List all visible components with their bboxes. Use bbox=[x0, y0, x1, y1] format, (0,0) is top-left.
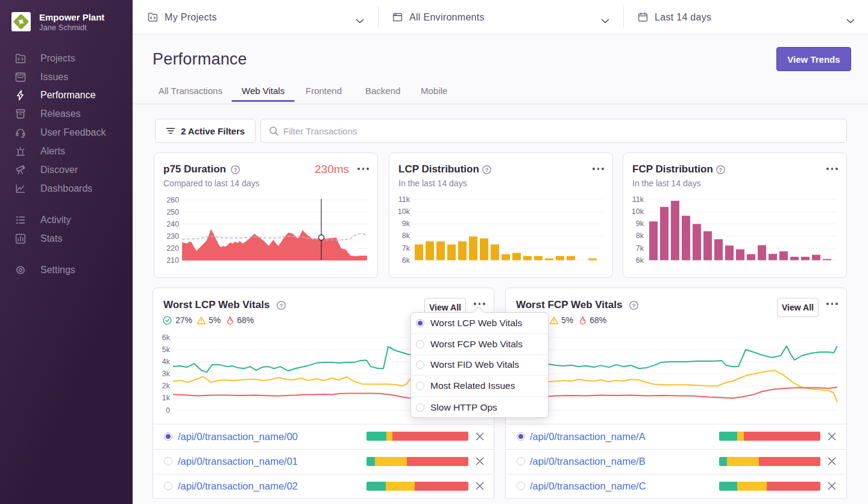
svg-text:6k: 6k bbox=[636, 256, 644, 265]
svg-text:220: 220 bbox=[166, 244, 179, 253]
svg-text:7k: 7k bbox=[636, 244, 644, 253]
svg-text:9k: 9k bbox=[636, 219, 644, 228]
svg-text:?: ? bbox=[485, 167, 489, 173]
svg-text:1k: 1k bbox=[162, 394, 171, 402]
svg-text:260: 260 bbox=[166, 196, 179, 204]
svg-text:6k: 6k bbox=[162, 333, 171, 342]
svg-text:2k: 2k bbox=[162, 382, 171, 390]
svg-text:250: 250 bbox=[166, 208, 179, 216]
svg-text:4k: 4k bbox=[162, 358, 171, 366]
svg-text:6k: 6k bbox=[402, 256, 410, 265]
svg-text:11k: 11k bbox=[632, 195, 644, 204]
svg-text:5k: 5k bbox=[162, 345, 171, 354]
svg-text:10k: 10k bbox=[632, 207, 644, 216]
svg-text:?: ? bbox=[719, 167, 723, 173]
svg-text:?: ? bbox=[234, 167, 237, 173]
svg-text:8k: 8k bbox=[402, 232, 410, 240]
svg-text:9k: 9k bbox=[402, 219, 410, 228]
svg-text:7k: 7k bbox=[402, 244, 410, 253]
svg-text:10k: 10k bbox=[398, 207, 410, 216]
svg-text:?: ? bbox=[280, 303, 283, 309]
svg-text:11k: 11k bbox=[398, 195, 410, 204]
svg-text:210: 210 bbox=[166, 256, 179, 265]
svg-text:8k: 8k bbox=[636, 232, 644, 240]
svg-text:230: 230 bbox=[166, 232, 179, 241]
svg-text:3k: 3k bbox=[162, 370, 171, 378]
svg-text:?: ? bbox=[632, 303, 636, 309]
svg-text:240: 240 bbox=[166, 220, 179, 228]
svg-text:0: 0 bbox=[166, 406, 170, 415]
